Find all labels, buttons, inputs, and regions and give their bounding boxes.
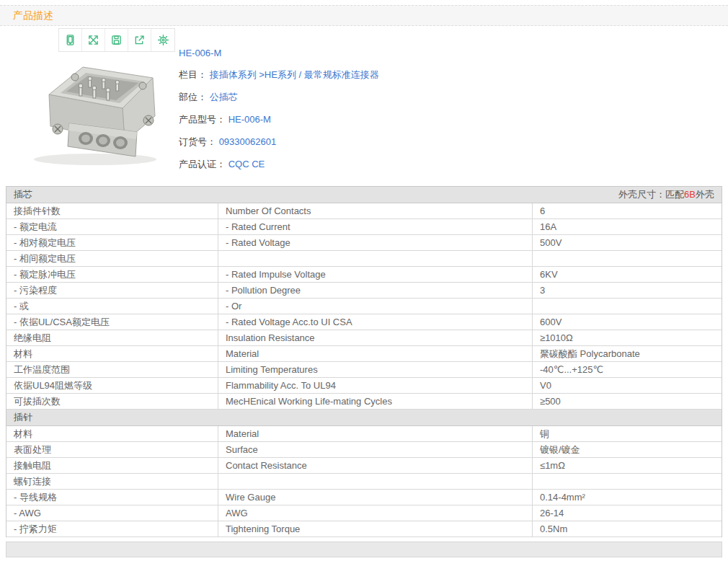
spec-label-cn: 可拔插次数 <box>6 394 218 409</box>
spec-label-cn: - 依据UL/CSA额定电压 <box>6 314 218 330</box>
spec-row: 螺钉连接 <box>6 474 722 490</box>
spec-row: 材料Material聚碳酸酯 Polycarbonate <box>6 346 722 362</box>
spec-label-cn: 依据UL94阻燃等级 <box>6 378 218 393</box>
spec-label-en: Material <box>218 426 533 441</box>
save-button[interactable] <box>105 29 128 51</box>
spec-label-cn: - AWG <box>6 505 218 521</box>
spec-label-cn: 表面处理 <box>6 442 218 457</box>
spec-label-en: - Rated Current <box>218 219 533 234</box>
spec-row: 接触电阻Contact Resistance≤1mΩ <box>6 458 722 474</box>
order-number-link[interactable]: 09330062601 <box>219 136 277 147</box>
product-title-link[interactable]: HE-006-M <box>179 48 379 58</box>
spec-label-en: Flammability Acc. To UL94 <box>218 378 533 393</box>
spec-row: - 额定脉冲电压- Rated Impulse Voltage6KV <box>6 267 722 283</box>
section-title: 插芯 <box>14 188 32 201</box>
housing-size-highlight: 6B <box>684 189 696 200</box>
spec-value: 镀银/镀金 <box>533 442 722 457</box>
spec-row: 表面处理Surface镀银/镀金 <box>6 442 722 458</box>
spec-label-cn: - 拧紧力矩 <box>6 521 218 536</box>
part-link[interactable]: 公插芯 <box>210 92 238 102</box>
spec-label-en: Wire Gauge <box>218 490 533 505</box>
spec-label-en <box>218 251 533 266</box>
model-link[interactable]: HE-006-M <box>228 114 271 125</box>
product-field-row: 产品型号： HE-006-M <box>179 113 379 123</box>
share-icon <box>133 34 146 46</box>
product-info: HE-006-M 栏目： 接插体系列 >HE系列 / 最常规标准连接器 部位： … <box>179 48 379 180</box>
fullscreen-button[interactable] <box>82 29 105 51</box>
page-title: 产品描述 <box>13 6 53 25</box>
spec-value: -40℃...+125℃ <box>533 362 722 377</box>
mobile-preview-button[interactable] <box>59 29 82 51</box>
spec-label-cn: 材料 <box>6 346 218 361</box>
field-label: 产品认证： <box>179 159 226 169</box>
spec-row: - AWGAWG26-14 <box>6 505 722 521</box>
spec-value: ≥1010Ω <box>533 330 722 345</box>
spec-label-en: Surface <box>218 442 533 457</box>
spec-row: 工作温度范围Limiting Temperatures-40℃...+125℃ <box>6 362 722 378</box>
spec-label-en: Tightening Torque <box>218 521 533 536</box>
spec-label-en: - Rated Voltage <box>218 235 533 250</box>
product-field-row: 订货号： 09330062601 <box>179 136 379 146</box>
spec-value: 3 <box>533 283 722 298</box>
share-button[interactable] <box>128 29 151 51</box>
spec-value <box>533 251 722 266</box>
spec-label-en: Material <box>218 346 533 361</box>
spec-label-en: Insulation Resistance <box>218 330 533 345</box>
section-title: 插针 <box>14 411 32 424</box>
spec-value: ≤1mΩ <box>533 458 722 473</box>
spec-value: 26-14 <box>533 505 722 521</box>
spec-label-cn: - 相对额定电压 <box>6 235 218 250</box>
spec-row: 绝缘电阻Insulation Resistance≥1010Ω <box>6 330 722 346</box>
spec-row: 接插件针数Number Of Contacts6 <box>6 203 722 219</box>
spec-row: 可拔插次数MecHEnical Working Life-mating Cycl… <box>6 394 722 410</box>
category-link[interactable]: 接插体系列 >HE系列 / 最常规标准连接器 <box>210 69 379 80</box>
spec-value: 聚碳酸酯 Polycarbonate <box>533 346 722 361</box>
spec-value: 16A <box>533 219 722 234</box>
spec-value: 500V <box>533 235 722 250</box>
spec-label-cn: - 额定电流 <box>6 219 218 234</box>
spec-row: 依据UL94阻燃等级Flammability Acc. To UL94V0 <box>6 378 722 394</box>
spec-label-cn: - 导线规格 <box>6 490 218 505</box>
product-field-row: 产品认证： CQC CE <box>179 158 379 168</box>
spec-label-en: - Rated Voltage Acc.to UI CSA <box>218 314 533 330</box>
spec-label-cn: 接触电阻 <box>6 458 218 473</box>
spec-label-cn: 绝缘电阻 <box>6 330 218 345</box>
product-image[interactable] <box>14 54 173 169</box>
spec-row: - 污染程度- Pollution Degree3 <box>6 283 722 299</box>
spec-row: - 或- Or <box>6 299 722 314</box>
spec-value <box>533 474 722 489</box>
spec-value: 铜 <box>533 426 722 441</box>
spec-label-cn: - 额定脉冲电压 <box>6 267 218 282</box>
spec-row: - 导线规格Wire Gauge0.14-4mm² <box>6 490 722 505</box>
gear-icon <box>157 34 169 46</box>
next-section-bar <box>6 542 722 557</box>
spec-label-cn: - 或 <box>6 299 218 314</box>
page-title-bar: 产品描述 <box>0 5 728 26</box>
spec-label-en <box>218 474 533 489</box>
spec-label-cn: - 相间额定电压 <box>6 251 218 266</box>
spec-row: - 相对额定电压- Rated Voltage500V <box>6 235 722 251</box>
settings-button[interactable] <box>151 29 174 51</box>
section-header: 插芯外壳尺寸：匹配6B外壳 <box>6 187 722 203</box>
spec-value: V0 <box>533 378 722 393</box>
spec-row: - 相间额定电压 <box>6 251 722 267</box>
connector-photo <box>14 54 173 169</box>
spec-value: 6 <box>533 203 722 218</box>
certification-link[interactable]: CQC CE <box>228 159 265 169</box>
spec-label-en: - Pollution Degree <box>218 283 533 298</box>
spec-label-en: Number Of Contacts <box>218 203 533 218</box>
field-label: 产品型号： <box>179 114 226 125</box>
spec-label-en: - Or <box>218 299 533 314</box>
spec-label-cn: 接插件针数 <box>6 203 218 218</box>
spec-value: 600V <box>533 314 722 330</box>
field-label: 栏目： <box>179 69 207 80</box>
image-toolbar <box>58 28 175 52</box>
expand-icon <box>87 34 99 46</box>
spec-label-cn: 工作温度范围 <box>6 362 218 377</box>
spec-label-cn: 螺钉连接 <box>6 474 218 489</box>
section-header: 插针 <box>6 410 722 426</box>
field-label: 部位： <box>179 92 207 102</box>
save-icon <box>110 34 123 46</box>
spec-label-en: Contact Resistance <box>218 458 533 473</box>
spec-table: 插芯外壳尺寸：匹配6B外壳接插件针数Number Of Contacts6- 额… <box>6 186 722 537</box>
